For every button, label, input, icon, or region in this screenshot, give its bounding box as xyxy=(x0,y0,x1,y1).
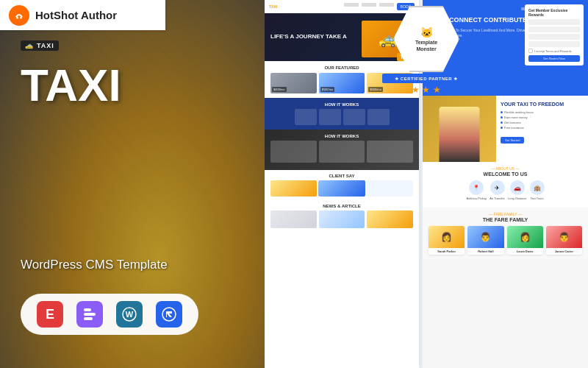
preview-right-fare: — FARE FAMILY — THE FARE FAMILY 👩 Sarah … xyxy=(423,208,588,259)
svg-rect-3 xyxy=(84,313,96,316)
preview-brand: TAXI xyxy=(269,4,277,9)
preview-news-item-3 xyxy=(367,210,413,228)
preview-how-step-2 xyxy=(319,109,341,125)
preview-how-title-2: HOW IT WORKS xyxy=(270,134,413,138)
logo-text: HotShot Author xyxy=(35,9,117,21)
freedom-item-2: Earn more money xyxy=(501,116,584,119)
preview-how2-items xyxy=(270,141,413,163)
fare-cards-row: 👩 Sarah Parker 👨 Robert Hall 👩 Laura Dav… xyxy=(429,226,582,255)
svg-rect-4 xyxy=(84,308,91,311)
fare-card-sarah: 👩 Sarah Parker xyxy=(429,226,465,255)
client-card-1 xyxy=(270,180,317,197)
preview-card-2: $500/mo xyxy=(319,73,365,93)
taxi-big-text: TAXI xyxy=(21,63,121,108)
fare-title: THE FARE FAMILY xyxy=(429,217,582,222)
preview-clients-section: CLIENT SAY xyxy=(265,170,419,200)
svg-text:W: W xyxy=(126,310,134,319)
wordpress-description: WordPress CMS Template xyxy=(21,258,168,272)
freedom-item-3: Get bonuses xyxy=(501,121,584,124)
preview-right-form: Get Member Exclusive Rewards I accept Te… xyxy=(525,4,584,66)
form-field-username xyxy=(528,19,580,25)
welcome-icon-long: 🚗 Long Distance xyxy=(508,180,527,200)
preview-news-title: NEWS & ARTICLE xyxy=(270,204,413,208)
nav-item xyxy=(362,3,376,7)
client-card-2 xyxy=(318,180,365,197)
logo-icon xyxy=(9,5,29,26)
right-panel: 🐱 Template Monster ★ CERTIFIED PARTNER ★… xyxy=(265,0,588,368)
freedom-text-block: YOUR TAXI TO FREEDOM Flexible working ho… xyxy=(496,96,588,162)
client-card-3 xyxy=(367,180,413,197)
preview-how2-step-2 xyxy=(319,141,365,163)
preview-news-item-1 xyxy=(270,210,317,228)
freedom-image xyxy=(423,96,496,162)
tm-name-line1: Template xyxy=(415,40,437,45)
fare-card-robert: 👨 Robert Hall xyxy=(467,226,503,255)
certified-banner: ★ CERTIFIED PARTNER ★ xyxy=(382,74,470,83)
preview-how2-step-3 xyxy=(367,141,413,163)
preview-clients-title: CLIENT SAY xyxy=(270,174,413,178)
preview-right-welcome: — ABOUT US — WELCOME TO US 📍 Address Pic… xyxy=(423,162,588,208)
form-field-password xyxy=(528,34,580,40)
preview-news-item-2 xyxy=(319,210,365,228)
preview-clients-cards xyxy=(270,180,413,197)
header-bar: HotShot Author xyxy=(0,0,165,30)
preview-how2-step-1 xyxy=(270,141,317,163)
preview-how-items-1 xyxy=(270,109,413,125)
template-monster-badge: 🐱 Template Monster ★ CERTIFIED PARTNER ★… xyxy=(382,6,470,95)
taxi-label-small: 🚕 TAXI xyxy=(21,40,59,51)
nav-item xyxy=(344,3,359,7)
welcome-icon-tours: 🏨 Taxi Tours xyxy=(530,180,545,200)
freedom-item-1: Flexible working hours xyxy=(501,110,584,114)
welcome-icon-address: 📍 Address Pickup xyxy=(466,180,487,200)
ufe-icon xyxy=(76,301,103,328)
taxi-small-badge: 🚕 TAXI xyxy=(21,40,59,51)
preview-how-step-1 xyxy=(295,109,317,125)
welcome-icon-air: ✈ Air Transfer xyxy=(490,180,505,200)
preview-how-step-4 xyxy=(368,109,390,125)
tm-name-line2: Monster xyxy=(416,46,436,52)
form-title: Get Member Exclusive Rewards xyxy=(528,8,580,17)
form-field-email xyxy=(528,26,580,32)
preview-right-freedom: YOUR TAXI TO FREEDOM Flexible working ho… xyxy=(423,96,588,162)
left-panel: 🚕 TAXI TAXI WordPress CMS Template E W xyxy=(0,0,265,368)
form-submit-btn[interactable]: Get Started Now xyxy=(528,55,580,62)
preview-card-1: $400/mo xyxy=(270,73,317,93)
fare-card-james: 👨 James Carter xyxy=(546,226,582,255)
freedom-item-4: Free insurance xyxy=(501,126,584,130)
tm-stars: ★ ★ ★ xyxy=(382,85,470,95)
preview-how-title-1: HOW IT WORKS xyxy=(270,102,413,107)
freedom-items-list: Flexible working hours Earn more money G… xyxy=(501,110,584,130)
form-field-extra xyxy=(528,41,580,47)
revolution-slider-icon xyxy=(156,301,182,328)
preview-how-works-2: HOW IT WORKS xyxy=(265,130,419,170)
preview-news-section: NEWS & ARTICLE xyxy=(265,200,419,232)
preview-news-items xyxy=(270,210,413,228)
plugin-icons-row: E W xyxy=(21,294,198,335)
welcome-title: WELCOME TO US xyxy=(429,171,582,177)
preview-how-step-3 xyxy=(343,109,365,125)
svg-rect-5 xyxy=(84,317,93,320)
svg-point-2 xyxy=(20,16,22,18)
preview-how-works-1: HOW IT WORKS xyxy=(265,98,419,130)
preview-hero-text: LIFE'S A JOURNEY TAKE A xyxy=(270,33,347,40)
wordpress-icon: W xyxy=(116,301,143,328)
elementor-icon: E xyxy=(37,301,63,328)
svg-point-1 xyxy=(16,16,18,18)
fare-card-laura: 👩 Laura Davis xyxy=(507,226,543,255)
welcome-icons-row: 📍 Address Pickup ✈ Air Transfer 🚗 Long D… xyxy=(429,180,582,200)
freedom-cta-btn[interactable]: Get Started xyxy=(501,137,524,144)
freedom-title: YOUR TAXI TO FREEDOM xyxy=(501,102,584,107)
